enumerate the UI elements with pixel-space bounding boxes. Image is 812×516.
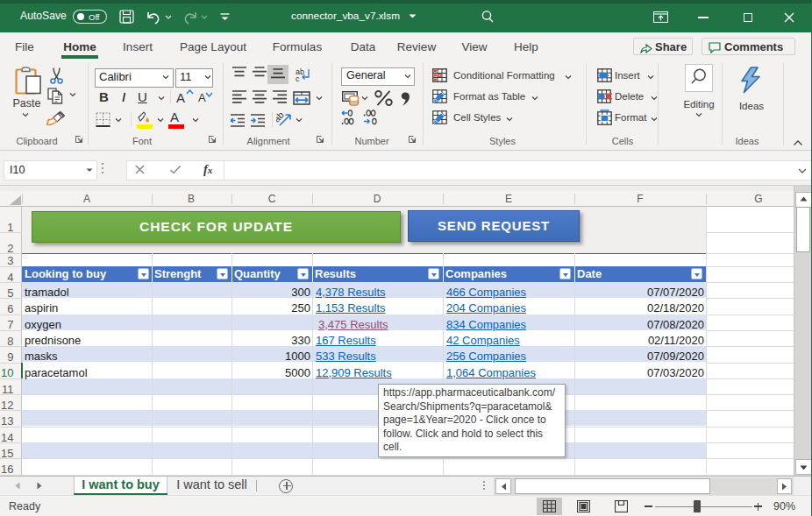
svg-text:ab: ab [276, 110, 286, 124]
svg-text:c: c [296, 74, 300, 82]
